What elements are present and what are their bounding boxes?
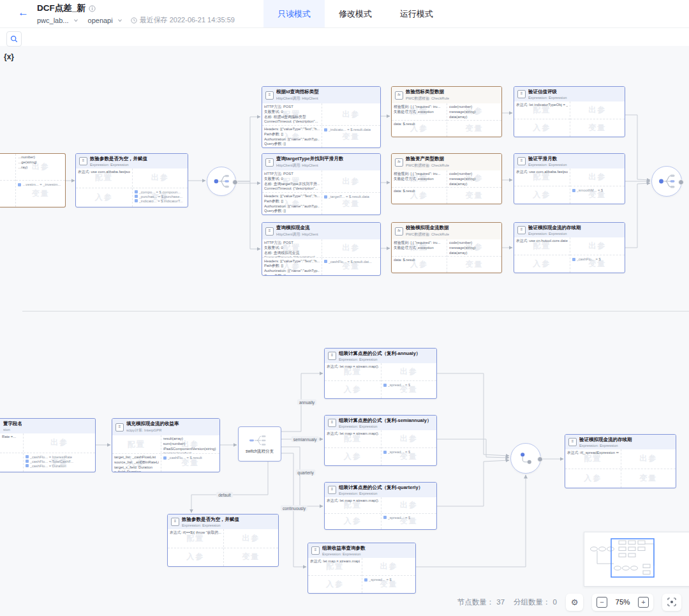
expr-icon: ≡ [328,352,336,360]
service-select[interactable]: openapi [88,17,113,24]
node-verify-valuation-rating[interactable]: ≡验证估值评级Expression: Expression配置表达式: let … [514,86,625,137]
node-title: 组装计算点差的公式（复利-quarterly） [339,485,423,491]
node-right-column: 出参变量_spread... = $ [382,497,437,529]
node-left-column: 配置表达式: if(==$){ throw "获取的...入参 [168,529,224,566]
node-prop-line: ...ray) [18,165,63,170]
node-right-column: 出参result(array)sum(number)iPaaSComponent… [161,435,219,472]
zoom-level: 75% [613,598,632,606]
settings-button[interactable]: ⚙ [566,594,583,611]
tab-readonly-mode[interactable]: 只读模式 [263,0,325,27]
node-fill-yield-rate[interactable]: ≡填充模拟现金流的收益率scipy计算: InterpGPR配置入参target… [112,418,220,472]
group-count-label: 分组数量： [514,597,551,607]
watermark: 出参 [322,103,381,125]
expression-panel-toggle[interactable]: {x} [4,52,14,61]
node-verify-cashflow-duration-bottom[interactable]: ≡验证模拟现金流的存续期Expression: Expression配置表达式:… [565,434,676,488]
search-button[interactable] [6,31,22,47]
node-check-params-assign-2[interactable]: ≡效验参数是否为空，并赋值Expression: Expression配置表达式… [167,514,279,567]
node-prop-line: Path参数: [] [264,264,320,269]
workspace-select[interactable]: pwc_lab... [37,17,69,24]
node-right-column: 出参变量_smoothM... = $ [570,169,625,204]
node-title-wrap: 验证模拟现金流的存续期Expression: Expression [528,225,581,236]
node-prop-line: Query参数: [] [264,209,320,214]
variable-badge: _compo... = $.compoun... [135,190,186,194]
node-prop-line: Query参数: [] [264,274,320,275]
back-button[interactable]: ← [18,6,29,19]
variable-badge: _purchas... = $.purchase... [135,195,186,199]
node-formula-annualy[interactable]: ≡组装计算点差的公式（复利-annualy）Expression: Expres… [324,348,437,399]
node-switch-branch[interactable]: switch流程分支 [238,426,281,462]
node-formula-semiannualy[interactable]: ≡组装计算点差的公式（复利-semiannualy）Expression: Ex… [324,415,437,466]
node-cell: 入参 [565,469,621,488]
node-prop-line: Query参数: [] [264,142,320,147]
node-cell [0,181,15,207]
variable-text: _targetT... = $.result.data [329,195,369,199]
node-prop-line: 表达式: if(_spreadExpression == ... [567,451,619,456]
node-check-asset-data[interactable]: fx效验资产类型数据PWC数据校验: CheckRule配置校验规则: [ { … [391,153,502,204]
node-header: ≡查询模拟现金流HttpClient调用: HttpClient [262,223,380,239]
tab-edit-mode[interactable]: 修改模式 [325,0,386,27]
node-query-indicator-type[interactable]: ≡根据id查询指标类型HttpClient调用: HttpClient配置HTT… [262,86,381,148]
node-title-wrap: 组装计算点差的公式（复利-annualy）Expression: Express… [339,350,420,361]
node-right-column: 出参变量 [621,449,676,488]
variable-text: _cashFlo... = InterestRate [30,455,73,459]
node-query-targettype[interactable]: ≡查询targetType并找到平滑月数HttpClient调用: HttpCl… [262,153,381,215]
node-left-column: 配置表达式: let map = stream.map()...入参 [325,497,382,529]
node-cell: 配置表达式: if(==$){ throw "获取的... [168,529,223,548]
node-left-column: 配置表达式: if(_spreadExpression == ...入参 [565,449,621,488]
node-cell: 变量_cashFlo... = InterestRate_cashFlo... … [24,453,95,472]
node-check-indicator-data[interactable]: fx效验指标类型数据PWC数据校验: CheckRule配置校验规则: [ { … [391,86,502,137]
node-verify-smooth-months[interactable]: ≡验证平滑月数Expression: Expression配置表达式: use … [514,153,625,204]
node-cell: 出参 [362,558,415,576]
node-prop-line: 失败重试: 0 [264,110,320,115]
node-prop-line: data(array) [449,115,500,120]
node-cell: 配置HTTP方法: POST失败重试: 0名称: 查询模拟现金流ConnectT… [262,239,322,258]
watermark: 入参 [76,188,132,207]
node-prop-line: target_list: _cashFlowList [114,455,159,460]
node-prop-line: 校验规则: [ { "required": tru... [394,241,445,246]
node-body: 配置表达式: if(==$){ throw "获取的...入参出参变量 [168,529,278,566]
tab-run-mode[interactable]: 运行模式 [386,0,447,27]
node-prop-line: HTTP方法: POST [264,105,320,110]
hub-branch-1[interactable] [207,167,236,196]
node-check-params-assign-1[interactable]: ≡效验参数是否为空，并赋值Expression: Expression配置表达式… [75,153,188,207]
node-prop-line: 失败处理方式: exception [394,177,445,182]
node-title: 组装计算点差的公式（复利-annualy） [339,350,420,357]
variable-badge: _spread... = $ [383,383,435,387]
group-count: 分组数量： 0 [514,597,557,607]
hub-merge-top[interactable] [651,166,682,197]
node-header: ≡验证平滑月数Expression: Expression [514,154,625,169]
chevron-down-icon[interactable] [117,18,122,23]
node-yield-query-params[interactable]: ≡组装收益率查询参数Expression: Expression配置表达式: l… [307,543,416,594]
node-left-column: 配置HTTP方法: POST失败重试: 0名称: 根据id查询指标类型Conne… [262,103,322,147]
node-set-field-name[interactable]: 置字段名sionRate =...出参变量_cashFlo... = Inter… [0,418,96,472]
switch-label: switch流程分支 [246,449,274,454]
node-validate-partial[interactable]: 出参...number)...ge(string)...ray)变量...ves… [0,153,66,207]
zoom-out-button[interactable]: − [596,597,607,608]
zoom-in-button[interactable]: + [638,597,649,608]
hub-merge-bottom[interactable] [510,443,541,474]
minimap[interactable] [584,532,689,587]
node-query-cashflow[interactable]: ≡查询模拟现金流HttpClient调用: HttpClient配置HTTP方法… [262,222,381,276]
node-header: ≡组装计算点差的公式（复利-annualy）Expression: Expres… [325,349,436,363]
node-verify-cashflow-duration-top[interactable]: ≡验证模拟现金流的存续期Expression: Expression配置表达式:… [514,222,625,273]
chevron-down-icon[interactable] [73,18,78,23]
watermark: 入参 [325,381,381,398]
node-count: 节点数量： 37 [457,597,505,607]
node-prop-line: 名称: 查询targetType并找到平滑... [264,182,320,187]
variable-badge: _cashFlo... = $.result [163,456,218,460]
fit-view-button[interactable] [662,594,681,611]
node-left-column: 配置表达式: use com.alibaba.fastjson...入参 [514,169,570,204]
variable-badge: _cashFlo... = Duration [26,464,93,468]
last-saved-text: 最近保存 2022-06-21 14:35:59 [140,15,235,25]
node-left-column: 配置表达式: let indicatorTypeObj = _i...入参 [514,101,570,137]
node-cell: 配置表达式: let indicatorTypeObj = _i... [514,101,570,119]
node-cell: 变量_cashFlo... = $ [570,255,625,273]
node-prop-line: sum(number) [163,442,218,447]
node-header: ≡根据id查询指标类型HttpClient调用: HttpClient [262,87,380,103]
node-title-wrap: 组装计算点差的公式（复利-semiannualy）Expression: Exp… [339,417,431,428]
variable-icon [163,456,167,460]
node-cell: 出参 [621,449,676,469]
node-formula-quarterly[interactable]: ≡组装计算点差的公式（复利-quarterly）Expression: Expr… [324,482,437,530]
node-check-cashflow-data[interactable]: fx校验模拟现金流数据PWC数据校验: CheckRule配置校验规则: [ {… [391,222,502,273]
node-cell: 变量_targetT... = $.result.data [322,193,381,214]
